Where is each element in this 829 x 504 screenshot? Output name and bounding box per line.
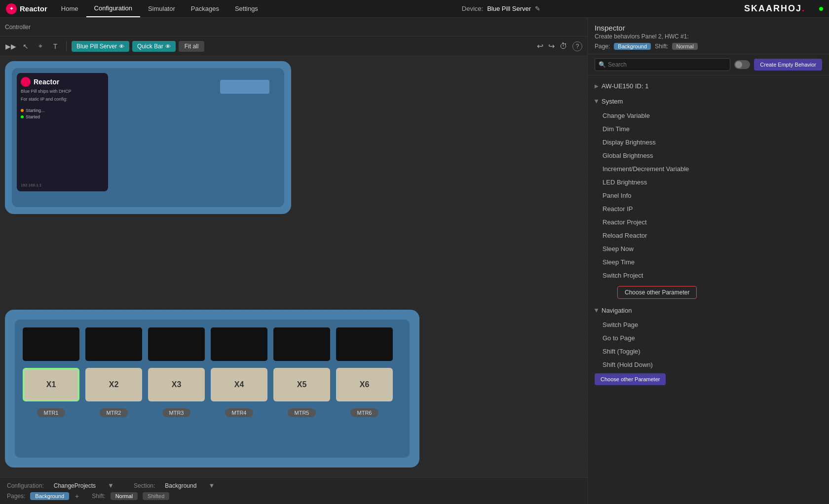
buttons-inner: X1 X2 X3 X4 X5 X6 MTR1 MTR2 MTR3 MTR4 MT… — [15, 320, 410, 458]
label-mtr2: MTR2 — [85, 408, 142, 417]
display-status-rows: Starting... Started — [21, 108, 104, 119]
display-text-2: For static IP and config: — [21, 97, 104, 103]
fit-all-button[interactable]: Fit all — [179, 41, 205, 52]
item-sleep-time[interactable]: Sleep Time — [588, 255, 829, 269]
nav-packages[interactable]: Packages — [183, 0, 227, 17]
group-aw-ue150-header[interactable]: ▶ AW-UE150 ID: 1 — [588, 78, 829, 94]
nav-configuration[interactable]: Configuration — [86, 0, 140, 17]
item-display-brightness[interactable]: Display Brightness — [588, 136, 829, 149]
item-shift-toggle[interactable]: Shift (Toggle) — [588, 345, 829, 358]
label-row: MTR1 MTR2 MTR3 MTR4 MTR5 MTR6 — [23, 408, 402, 417]
text-icon[interactable]: T — [49, 40, 61, 52]
display-logo-text: Reactor — [34, 78, 59, 86]
top-navigation: ✦ Reactor Home Configuration Simulator P… — [0, 0, 829, 18]
search-wrap: 🔍 — [595, 58, 730, 71]
controller-screen: Reactor Blue Pill ships with DHCP For st… — [5, 61, 291, 214]
item-change-variable[interactable]: Change Variable — [588, 109, 829, 122]
section-value: Background — [165, 482, 196, 489]
choose-other-parameter-navigation-button[interactable]: Choose other Parameter — [595, 373, 666, 385]
connection-status — [813, 7, 829, 11]
config-label: Configuration: — [7, 482, 44, 489]
arrow-forward-icon[interactable]: ▶▶ — [5, 40, 17, 52]
redo-icon[interactable]: ↪ — [548, 41, 555, 51]
status-dot — [819, 7, 823, 11]
key-x2[interactable]: X2 — [85, 368, 142, 401]
controller-header: Controller — [0, 18, 587, 36]
add-page-button[interactable]: + — [75, 492, 79, 500]
controller-buttons-panel: X1 X2 X3 X4 X5 X6 MTR1 MTR2 MTR3 MTR4 MT… — [5, 310, 419, 468]
shift-shifted-badge[interactable]: Shifted — [143, 492, 169, 500]
toolbar: ▶▶ ↖ ⌖ T Blue Pill Server Quick Bar Fit … — [0, 36, 587, 56]
nav-settings[interactable]: Settings — [227, 0, 266, 17]
item-sleep-now[interactable]: Sleep Now — [588, 242, 829, 255]
status-text-2: Started — [26, 114, 40, 119]
page-background-badge[interactable]: Background — [30, 492, 69, 500]
screen-1 — [23, 327, 79, 361]
app-title: Reactor — [20, 4, 47, 13]
group-system: ▶ System Change Variable Dim Time Displa… — [588, 94, 829, 303]
item-reactor-ip[interactable]: Reactor IP — [588, 202, 829, 216]
screen-2 — [85, 327, 142, 361]
item-reload-reactor[interactable]: Reload Reactor — [588, 229, 829, 242]
edit-icon[interactable]: ✎ — [535, 5, 540, 12]
nav-home[interactable]: Home — [53, 0, 86, 17]
pages-row: Pages: Background + Shift: Normal Shifte… — [7, 492, 580, 500]
status-dot-orange — [21, 109, 24, 112]
bottom-bar: Configuration: ChangeProjects ▼ Section:… — [0, 477, 587, 504]
key-row: X1 X2 X3 X4 X5 X6 — [23, 368, 402, 401]
key-x1[interactable]: X1 — [23, 368, 79, 401]
chevron-icon: ▶ — [595, 83, 599, 89]
blue-pill-server-button[interactable]: Blue Pill Server — [72, 41, 129, 52]
pointer-icon[interactable]: ↖ — [20, 40, 32, 52]
device-info: Device: Blue Pill Server ✎ — [456, 5, 546, 12]
item-switch-project[interactable]: Switch Project — [588, 269, 829, 282]
status-item-1: Starting... — [21, 108, 104, 113]
display-bottom: 192.168.1.1 — [21, 183, 104, 187]
group-system-label: System — [602, 98, 623, 105]
canvas-area[interactable]: Reactor Blue Pill ships with DHCP For st… — [0, 56, 587, 477]
chevron-navigation-icon: ▶ — [594, 309, 600, 313]
item-go-to-page[interactable]: Go to Page — [588, 331, 829, 345]
config-dropdown-arrow[interactable]: ▼ — [108, 482, 114, 489]
lasso-icon[interactable]: ⌖ — [35, 40, 46, 52]
group-system-header[interactable]: ▶ System — [588, 94, 829, 109]
item-switch-page[interactable]: Switch Page — [588, 318, 829, 331]
choose-other-parameter-system-button[interactable]: Choose other Parameter — [617, 286, 697, 299]
item-global-brightness[interactable]: Global Brightness — [588, 149, 829, 162]
history-icon[interactable]: ⏱ — [560, 42, 567, 51]
screen-content: Reactor Blue Pill ships with DHCP For st… — [12, 68, 284, 207]
screen-4 — [211, 327, 267, 361]
item-increment-decrement-variable[interactable]: Increment/Decrement Variable — [588, 162, 829, 176]
item-panel-info[interactable]: Panel Info — [588, 189, 829, 202]
group-navigation-header[interactable]: ▶ Navigation — [588, 303, 829, 318]
create-empty-behavior-button[interactable]: Create Empty Behavior — [754, 59, 822, 71]
item-reactor-project[interactable]: Reactor Project — [588, 216, 829, 229]
label-mtr6: MTR6 — [336, 408, 393, 417]
screen-inner: Reactor Blue Pill ships with DHCP For st… — [12, 68, 284, 207]
page-value-badge[interactable]: Background — [614, 43, 651, 50]
undo-icon[interactable]: ↩ — [537, 41, 543, 51]
key-x5[interactable]: X5 — [273, 368, 330, 401]
section-dropdown-arrow[interactable]: ▼ — [208, 482, 215, 489]
item-led-brightness[interactable]: LED Brightness — [588, 176, 829, 189]
inspector-panel: Inspector Create behaviors Panel 2, HWC … — [587, 18, 829, 504]
page-label: Page: — [595, 43, 610, 50]
key-x4[interactable]: X4 — [211, 368, 267, 401]
help-icon[interactable]: ? — [572, 41, 582, 51]
shift-value-badge[interactable]: Normal — [672, 43, 697, 50]
toggle-switch[interactable] — [734, 60, 750, 69]
search-input[interactable] — [595, 58, 730, 71]
shift-normal-badge[interactable]: Normal — [111, 492, 138, 500]
behavior-list: ▶ AW-UE150 ID: 1 ▶ System Change Variabl… — [588, 75, 829, 504]
key-x6[interactable]: X6 — [336, 368, 393, 401]
key-x3[interactable]: X3 — [148, 368, 205, 401]
screen-top-right — [220, 80, 269, 94]
item-dim-time[interactable]: Dim Time — [588, 122, 829, 136]
group-navigation: ▶ Navigation Switch Page Go to Page Shif… — [588, 303, 829, 387]
separator — [66, 41, 67, 51]
quick-bar-button[interactable]: Quick Bar — [132, 41, 176, 52]
item-shift-hold-down[interactable]: Shift (Hold Down) — [588, 358, 829, 371]
toolbar-right: ↩ ↪ ⏱ ? — [537, 41, 582, 51]
display-text-1: Blue Pill ships with DHCP — [21, 89, 104, 95]
nav-simulator[interactable]: Simulator — [140, 0, 183, 17]
